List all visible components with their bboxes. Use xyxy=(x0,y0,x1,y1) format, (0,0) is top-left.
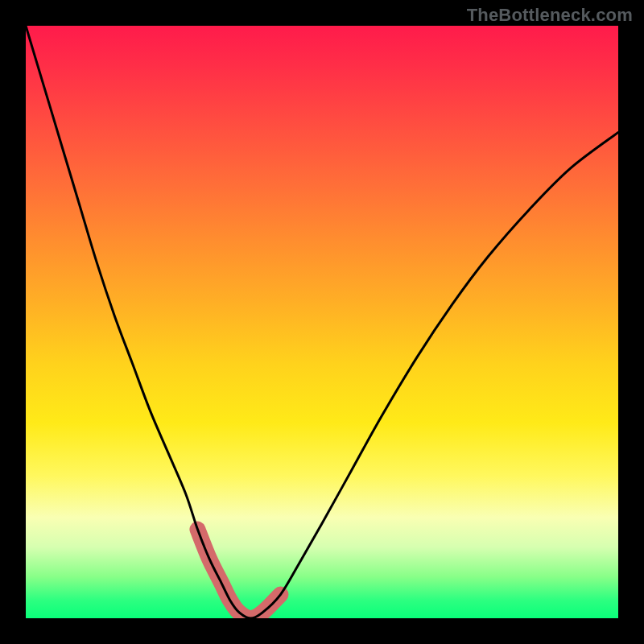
plot-area xyxy=(26,26,618,618)
bottleneck-curve-svg xyxy=(26,26,618,618)
optimal-zone-highlight xyxy=(197,530,280,618)
bottleneck-curve xyxy=(26,26,618,618)
chart-frame: TheBottleneck.com xyxy=(0,0,644,644)
watermark-text: TheBottleneck.com xyxy=(467,5,633,26)
